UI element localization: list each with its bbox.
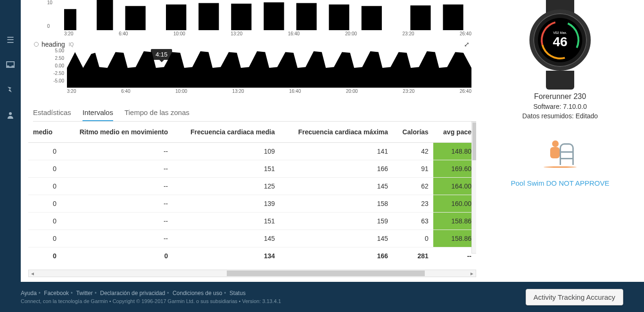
scroll-right-icon[interactable]: ► xyxy=(468,271,476,276)
footer-link-privacy[interactable]: Declaración de privacidad xyxy=(100,290,165,296)
col-avg-pace[interactable]: avg pace xyxy=(433,122,476,143)
col-medio[interactable]: medio xyxy=(28,122,61,143)
chart2-header: heading IQ ⤢ xyxy=(34,41,476,48)
activity-icon[interactable] xyxy=(6,85,15,96)
table-row[interactable]: 0--12514562164.00 xyxy=(28,178,476,195)
device-summary: Datos resumidos: Editado xyxy=(522,112,598,120)
inbox-icon[interactable] xyxy=(6,60,15,70)
tab-statistics[interactable]: Estadísticas xyxy=(33,105,71,121)
chart1-xaxis: 3:20 6:40 10:00 13:20 16:40 20:00 23:20 … xyxy=(64,31,471,38)
device-software: Software: 7.10.0.0 xyxy=(533,103,587,110)
left-panel: 10 0 3:20 6:40 10:00 13:20 16:40 20:00 2… xyxy=(21,0,476,282)
chart2-ylabel: 0.00 xyxy=(47,63,64,68)
chart1-ylabel: 0 xyxy=(47,24,50,29)
tab-zones[interactable]: Tiempo de las zonas xyxy=(124,105,190,121)
footer-link-help[interactable]: Ayuda xyxy=(21,290,37,296)
table-total-row: 00134166281-- xyxy=(28,247,476,265)
table-row[interactable]: 0--15115963158.86 xyxy=(28,213,476,230)
chart-intervals-bars: 10 0 3:20 6:40 10:00 13:20 16:40 20:00 2… xyxy=(47,0,471,38)
table-scrollbar-vertical[interactable] xyxy=(471,122,476,254)
chart2-ylabel: 2.50 xyxy=(47,56,64,61)
table-row[interactable]: 0--15116691169.60 xyxy=(28,160,476,178)
main-content: 10 0 3:20 6:40 10:00 13:20 16:40 20:00 2… xyxy=(21,0,644,282)
footer-copyright: Connect, con la tecnología de Garmin • C… xyxy=(21,298,281,304)
pool-swim-link[interactable]: Pool Swim DO NOT APPROVE xyxy=(511,179,610,187)
table-row[interactable]: 0--10914142148.80 xyxy=(28,143,476,160)
intervals-table-wrap: medio Ritmo medio en movimiento Frecuenc… xyxy=(28,122,476,268)
device-name: Forerunner 230 xyxy=(534,92,586,101)
device-panel: V02 Max. 46 Forerunner 230 Software: 7.1… xyxy=(476,0,644,282)
svg-point-0 xyxy=(9,112,12,115)
table-row[interactable]: 0--1451450158.86 xyxy=(28,230,476,247)
chart2-ylabel: -5.00 xyxy=(47,78,64,83)
col-ritmo[interactable]: Ritmo medio en movimiento xyxy=(61,122,173,143)
data-tabs: Estadísticas Intervalos Tiempo de las zo… xyxy=(33,105,476,122)
accuracy-button[interactable]: Activity Tracking Accuracy xyxy=(526,289,623,305)
table-header-row: medio Ritmo medio en movimiento Frecuenc… xyxy=(28,122,476,143)
scrollbar-thumb[interactable] xyxy=(227,271,425,276)
chart1-ylabel: 10 xyxy=(47,0,52,5)
pool-swim-icon xyxy=(544,139,577,172)
chart2-ylabel: -2.50 xyxy=(47,71,64,76)
chart2-xaxis: 3:20 6:40 10:00 13:20 16:40 20:00 23:20 … xyxy=(67,89,471,95)
expand-icon[interactable]: ⤢ xyxy=(464,41,470,48)
footer-link-facebook[interactable]: Facebook xyxy=(44,290,69,296)
table-row[interactable]: 0--13915823160.00 xyxy=(28,195,476,213)
chart2-ylabel: 5.00 xyxy=(47,48,64,53)
col-calories[interactable]: Calorías xyxy=(393,122,433,143)
col-hr-max[interactable]: Frecuencia cardiaca máxima xyxy=(280,122,393,143)
table-scrollbar-horizontal[interactable]: ◄ ► xyxy=(28,270,476,277)
menu-icon[interactable]: ☰ xyxy=(7,35,14,45)
scroll-left-icon[interactable]: ◄ xyxy=(29,271,36,276)
legend-dot-icon xyxy=(34,42,39,47)
footer-link-terms[interactable]: Condiciones de uso xyxy=(173,290,222,296)
iq-badge: IQ xyxy=(69,42,74,47)
chart2-title: heading xyxy=(41,41,65,48)
tab-intervals[interactable]: Intervalos xyxy=(83,105,113,121)
intervals-table: medio Ritmo medio en movimiento Frecuenc… xyxy=(28,122,476,264)
profile-icon[interactable] xyxy=(7,111,14,121)
left-nav: ☰ xyxy=(0,27,21,282)
device-image: V02 Max. 46 xyxy=(518,0,603,90)
chart-heading: 4:15 5.00 2.50 0.00 -2.50 -5.00 3:20 6:4… xyxy=(47,48,471,95)
footer-link-status[interactable]: Status xyxy=(230,290,246,296)
footer-link-twitter[interactable]: Twitter xyxy=(76,290,92,296)
col-hr-avg[interactable]: Frecuencia cardiaca media xyxy=(173,122,280,143)
app-footer: Ayuda• Facebook• Twitter• Declaración de… xyxy=(0,282,644,312)
chart2-area xyxy=(67,48,471,88)
chart1-bars xyxy=(64,0,471,30)
footer-links: Ayuda• Facebook• Twitter• Declaración de… xyxy=(21,290,281,296)
